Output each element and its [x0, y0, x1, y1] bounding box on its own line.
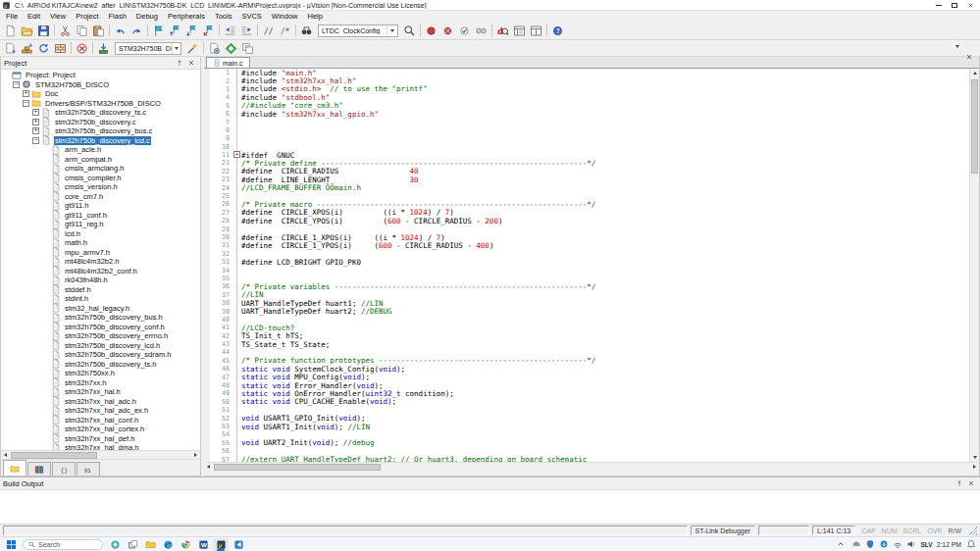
menu-window[interactable]: Window [267, 11, 303, 22]
taskbar-app-uvision[interactable]: µ [213, 538, 229, 551]
code-line[interactable]: 7 [204, 118, 969, 125]
taskbar-search[interactable]: Search [23, 539, 103, 550]
batch-build-icon[interactable] [52, 41, 69, 56]
update-blue-icon[interactable] [878, 538, 890, 550]
taskbar-app-copilot[interactable] [107, 538, 123, 551]
code-line[interactable]: 50static void CPU_CACHE_Enable(void); [204, 398, 969, 406]
redo-icon[interactable] [129, 24, 145, 38]
tree-item[interactable]: math.h [1, 238, 200, 248]
debug-session-icon[interactable]: d [494, 24, 511, 38]
network-icon[interactable] [892, 538, 903, 550]
tree-item[interactable]: stm32_hal_legacy.h [1, 304, 200, 314]
code-line[interactable]: 39UART_HandleTypeDef huart2; //DEBUG [204, 307, 969, 315]
scrollbar-thumb[interactable] [214, 464, 381, 471]
panel-tab-templates[interactable]: 01 [77, 462, 100, 476]
combo-dropdown-icon[interactable] [387, 25, 397, 36]
scroll-left-icon[interactable] [1, 451, 10, 460]
tree-item[interactable]: gt911_reg.h [1, 220, 200, 229]
undo-icon[interactable] [112, 24, 129, 38]
code-line[interactable]: 6#include "stm32h7xx_hal_gpio.h" [204, 110, 969, 118]
tree-item[interactable]: rk043fn48h.h [1, 276, 200, 285]
hidden-icons-chevron-icon[interactable] [835, 538, 847, 550]
collapse-icon[interactable]: − [13, 81, 20, 88]
tree-item[interactable]: stm32h750b_discovery_conf.h [1, 323, 200, 332]
fold-toggle-icon[interactable]: + [233, 151, 240, 158]
tree-item[interactable]: stm32h7xx_hal.h [1, 387, 200, 397]
editor-hscrollbar[interactable] [204, 462, 979, 471]
translate-icon[interactable] [2, 41, 19, 56]
tree-item[interactable]: stm32h750xx.h [1, 369, 200, 378]
menu-help[interactable]: Help [303, 11, 328, 22]
menu-edit[interactable]: Edit [23, 11, 45, 22]
menu-file[interactable]: File [1, 11, 23, 22]
indent-icon[interactable] [238, 24, 255, 38]
tree-item[interactable]: stm32h7xx_hal_dma.h [1, 443, 200, 450]
code-line[interactable]: 9 [204, 134, 969, 142]
tree-item[interactable]: stm32h7xx_hal_adc_ex.h [1, 406, 200, 416]
tree-item[interactable]: lcd.h [1, 229, 200, 239]
panel-tab-project[interactable] [3, 460, 26, 476]
clear-bookm-icon[interactable] [200, 24, 217, 38]
tree-item[interactable]: arm_acle.h [1, 145, 200, 155]
panel-tab-functions[interactable]: {} [52, 462, 76, 476]
resize-grip[interactable] [967, 526, 977, 535]
minimize-button[interactable] [931, 0, 947, 10]
scroll-left-icon[interactable] [204, 463, 213, 472]
panel-tab-books[interactable] [27, 462, 51, 476]
tree-item[interactable]: stddef.h [1, 285, 200, 295]
expand-icon[interactable]: + [32, 109, 39, 116]
menu-debug[interactable]: Debug [131, 11, 163, 22]
copy-icon[interactable] [74, 24, 90, 38]
options-for-target-icon[interactable] [184, 41, 201, 56]
breakpoint-disable-all-icon[interactable] [473, 24, 490, 38]
close-icon[interactable] [185, 58, 197, 69]
notifications-bell-icon[interactable] [965, 538, 977, 550]
tree-item[interactable]: +stm32h750b_discovery.c [1, 118, 200, 127]
speaker-icon[interactable] [905, 538, 917, 550]
combo-dropdown-icon[interactable] [172, 43, 181, 54]
code-line[interactable]: 24//LCD_FRAME_BUFFER ÖÖmain.h [204, 183, 969, 191]
language-indicator[interactable]: SLV [921, 541, 933, 548]
tree-item[interactable]: stm32h7xx.h [1, 378, 200, 388]
breakpoint-enable-disable-icon[interactable] [456, 24, 473, 38]
bookmark-icon[interactable] [150, 24, 167, 38]
rebuild-icon[interactable] [35, 41, 52, 56]
scroll-right-icon[interactable] [970, 463, 979, 472]
code-line[interactable]: 40 [204, 316, 969, 324]
menu-project[interactable]: Project [71, 11, 103, 22]
breakpoint-insert-icon[interactable] [423, 24, 439, 38]
onedrive-icon[interactable] [851, 538, 862, 550]
build-icon[interactable] [19, 41, 35, 56]
pin-icon[interactable] [954, 478, 965, 489]
close-document-icon[interactable] [963, 52, 975, 63]
close-icon[interactable] [965, 478, 977, 489]
tree-item[interactable]: stm32h750b_discovery_ts.h [1, 360, 200, 370]
clock[interactable]: 2:12 PM [937, 541, 961, 548]
stop-build-icon[interactable] [74, 41, 90, 56]
find-combo[interactable]: LTDC_ClockConfig [318, 25, 398, 37]
tree-item[interactable]: gt911_conf.h [1, 211, 200, 221]
download-icon[interactable] [95, 41, 112, 56]
help-icon[interactable]: ? [549, 24, 566, 38]
taskbar-app-file-explorer[interactable] [142, 538, 158, 551]
shield-icon[interactable] [864, 538, 876, 550]
expand-icon[interactable]: + [32, 119, 39, 125]
code-line[interactable]: 41//LCD-touch? [204, 324, 969, 331]
scroll-up-icon[interactable] [970, 69, 979, 77]
menu-svcs[interactable]: SVCS [236, 11, 266, 22]
tree-item[interactable]: stm32h750b_discovery_lcd.h [1, 341, 200, 351]
menu-peripherals[interactable]: Peripherals [163, 11, 210, 22]
tab-list-dropdown-icon[interactable] [955, 48, 959, 66]
prev-bookm-icon[interactable] [167, 24, 183, 38]
taskbar-app-edge[interactable] [160, 538, 176, 551]
code-line[interactable]: 10 [204, 143, 969, 151]
scrollbar-thumb[interactable] [11, 452, 97, 459]
next-bookm-icon[interactable] [183, 24, 200, 38]
code-line[interactable]: 57//extern UART_HandleTypeDef huart2; //… [204, 455, 969, 462]
run-time-environment-icon[interactable] [223, 41, 239, 56]
save-icon[interactable] [35, 24, 52, 38]
tree-item[interactable]: stm32h750b_discovery_errno.h [1, 331, 200, 341]
window-layout-icon[interactable] [528, 24, 544, 38]
tree-item[interactable]: mt48lc4m32b2.h [1, 257, 200, 267]
file-extensions-icon[interactable] [206, 41, 223, 56]
